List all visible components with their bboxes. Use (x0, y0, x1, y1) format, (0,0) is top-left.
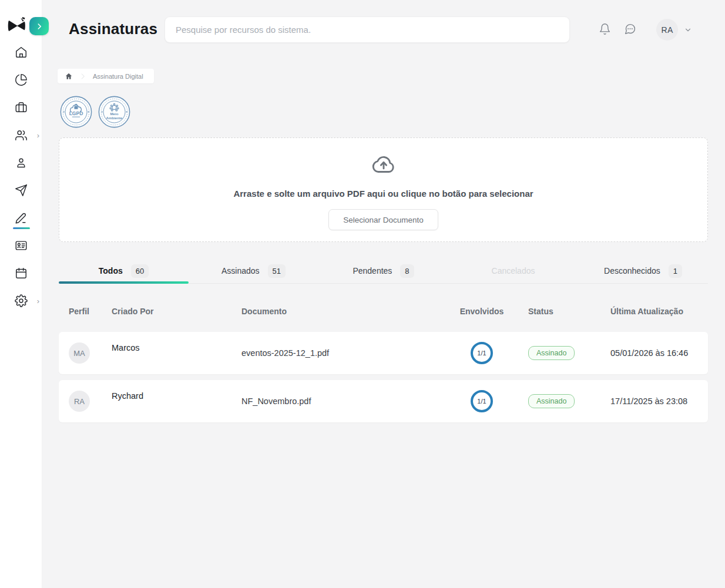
table-row[interactable]: MA Marcos eventos-2025-12_1.pdf 1/1 Assi… (59, 332, 708, 374)
sidebar-item-home[interactable] (0, 38, 42, 66)
butterfly-logo-icon (6, 15, 27, 36)
tab-pendentes[interactable]: Pendentes 8 (318, 258, 448, 283)
col-criado-por: Criado Por (112, 307, 241, 316)
chevron-right-icon: › (37, 131, 39, 139)
status-tabs: Todos 60 Assinados 51 Pendentes 8 Cancel… (59, 258, 708, 284)
tab-todos[interactable]: Todos 60 (59, 258, 189, 283)
sidebar-item-signatures[interactable] (0, 204, 42, 231)
page-title: Assinaturas (69, 20, 157, 38)
created-by: Rychard (112, 391, 241, 401)
dropzone-instruction: Arraste e solte um arquivo PDF aqui ou c… (233, 189, 533, 199)
col-perfil: Perfil (69, 307, 112, 316)
tab-assinados[interactable]: Assinados 51 (189, 258, 318, 283)
sidebar-item-settings[interactable]: › (0, 287, 42, 314)
user-avatar[interactable]: RA (656, 19, 678, 41)
home-icon (65, 72, 73, 80)
search-box (165, 16, 570, 43)
sidebar-nav: › › (0, 38, 42, 314)
col-envolvidos: Envolvidos (435, 307, 528, 316)
col-ultima-atualizacao: Última Atualização (610, 307, 698, 316)
last-update: 05/01/2026 às 16:46 (610, 348, 698, 358)
status-badge: Assinado (528, 394, 575, 408)
bell-icon (599, 23, 611, 35)
select-document-button[interactable]: Selecionar Documento (328, 209, 438, 230)
home-icon (15, 46, 28, 59)
main-content: Assinaturas RA Assinatura Digital (42, 0, 725, 588)
tab-count-badge: 8 (400, 264, 414, 278)
id-card-icon (15, 239, 28, 252)
created-by: Marcos (112, 343, 241, 352)
messages-button[interactable] (623, 23, 637, 37)
sidebar: › › (0, 0, 42, 588)
active-item-indicator (13, 227, 30, 229)
last-update: 17/11/2025 às 23:08 (610, 397, 698, 406)
pencil-icon (15, 211, 28, 224)
sidebar-item-profile[interactable] (0, 149, 42, 176)
tab-cancelados[interactable]: Cancelados (448, 258, 578, 283)
briefcase-icon (15, 101, 28, 114)
pdf-dropzone[interactable]: Arraste e solte um arquivo PDF aqui ou c… (59, 137, 708, 242)
involved-progress-ring: 1/1 (471, 342, 493, 364)
tab-count-badge: 51 (268, 264, 286, 278)
breadcrumb-home-link[interactable] (65, 72, 73, 80)
tab-count-badge: 1 (669, 264, 682, 278)
person-icon (15, 157, 27, 169)
document-name: NF_Novembro.pdf (241, 397, 435, 406)
breadcrumb-separator-icon (79, 72, 87, 80)
user-menu-button[interactable] (683, 26, 693, 35)
sidebar-expand-button[interactable] (29, 17, 49, 35)
avatar-initials: RA (661, 25, 673, 35)
status-badge: Assinado (528, 346, 575, 360)
tab-label: Cancelados (492, 266, 535, 275)
sidebar-item-dashboard[interactable] (0, 66, 42, 93)
meio-ambiente-seal-icon: Meio Ambiente (98, 95, 131, 129)
chevron-right-icon (35, 22, 43, 31)
table-header: Perfil Criado Por Documento Envolvidos S… (59, 298, 708, 324)
sidebar-item-contacts[interactable] (0, 231, 42, 259)
sidebar-item-users[interactable]: › (0, 121, 42, 149)
sidebar-item-send[interactable] (0, 176, 42, 204)
breadcrumb: Assinatura Digital (58, 69, 154, 83)
documents-list: MA Marcos eventos-2025-12_1.pdf 1/1 Assi… (59, 332, 708, 428)
search-input[interactable] (176, 25, 559, 35)
tab-desconhecidos[interactable]: Desconhecidos 1 (578, 258, 708, 283)
gear-icon (15, 294, 28, 307)
chevron-down-icon (684, 26, 692, 34)
col-status: Status (528, 307, 610, 316)
sidebar-item-calendar[interactable] (0, 259, 42, 287)
row-avatar: RA (69, 391, 90, 412)
chevron-right-icon: › (37, 297, 39, 304)
tab-label: Pendentes (353, 266, 392, 275)
calendar-icon (15, 267, 28, 280)
lgpd-seal-icon: LGPD (59, 95, 93, 129)
row-avatar: MA (69, 342, 90, 364)
involved-progress-ring: 1/1 (471, 390, 493, 412)
tab-count-badge: 60 (131, 264, 149, 278)
document-name: eventos-2025-12_1.pdf (241, 348, 435, 358)
seal-label-line2: Ambiente (106, 116, 123, 120)
sidebar-item-business[interactable] (0, 93, 42, 121)
pie-chart-icon (15, 73, 28, 86)
upload-cloud-icon (370, 151, 397, 180)
tab-label: Desconhecidos (604, 266, 660, 275)
breadcrumb-current: Assinatura Digital (93, 73, 146, 80)
tab-label: Todos (99, 266, 123, 275)
lgpd-seal-label: LGPD (69, 110, 83, 116)
users-icon (15, 129, 28, 142)
app-window: › › As (0, 0, 725, 588)
send-icon (15, 184, 28, 197)
chat-bubble-icon (624, 23, 636, 35)
tab-label: Assinados (221, 266, 260, 275)
certification-stamps: LGPD Meio Ambiente (59, 95, 131, 129)
notifications-button[interactable] (598, 23, 612, 37)
table-row[interactable]: RA Rychard NF_Novembro.pdf 1/1 Assinado … (59, 380, 708, 422)
col-documento: Documento (241, 307, 435, 316)
